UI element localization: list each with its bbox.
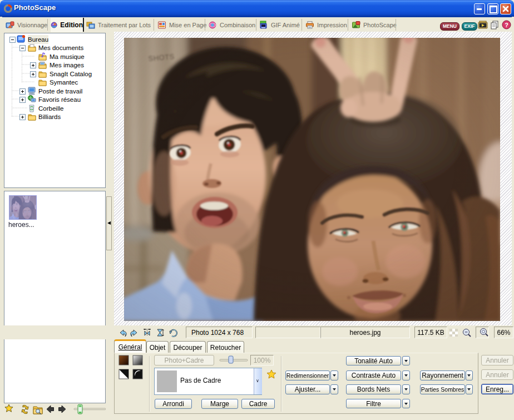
svg-text:?: ? (505, 22, 508, 28)
